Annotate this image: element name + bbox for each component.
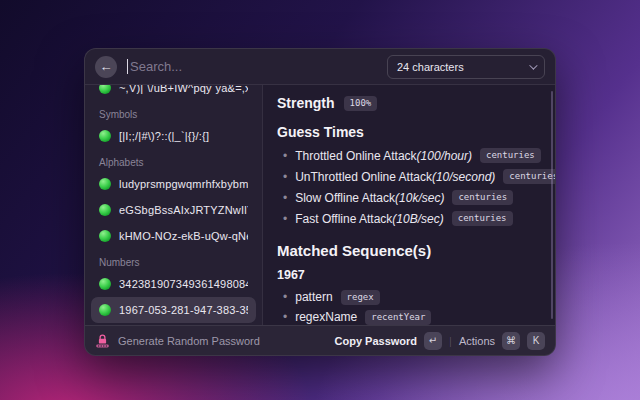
character-count-dropdown[interactable]: 24 characters — [387, 55, 545, 79]
guess-time-value-badge: centuries — [452, 190, 513, 205]
bullet-icon: • — [283, 212, 287, 226]
guess-times-list: •Throttled Online Attack(100/hour)centur… — [277, 145, 541, 229]
window-body: ~,V)|`\/uB+IW^pqy`ya&=,xSymbols[|I;;/|#\… — [85, 85, 555, 325]
green-circle-icon — [99, 204, 111, 216]
matched-key-label: pattern — [295, 290, 332, 304]
sidebar-section-label: Alphabets — [91, 153, 256, 171]
guess-time-row: •Fast Offline Attack(10B/sec)centuries — [277, 208, 541, 229]
dropdown-value: 24 characters — [397, 61, 464, 73]
guess-time-label: UnThrottled Online Attack(10/second) — [295, 170, 495, 184]
strength-value-badge: 100% — [344, 96, 378, 111]
detail-scrollbar[interactable] — [551, 91, 553, 319]
password-list-item[interactable]: eGSbgBssAIxJRTYZNwIlYUYN — [91, 197, 256, 223]
actions-label: Actions — [459, 335, 495, 347]
green-circle-icon — [99, 304, 111, 316]
copy-password-label: Copy Password — [335, 335, 418, 347]
guess-time-row: •Slow Offline Attack(10k/sec)centuries — [277, 187, 541, 208]
password-text: 342381907349361498084378 — [119, 278, 248, 290]
bullet-icon: • — [283, 149, 287, 163]
window-header: ← 24 characters — [85, 49, 555, 85]
password-list-item[interactable]: kHMO-NOz-ekB-uQw-qNe-YGK — [91, 223, 256, 249]
command-key-icon: ⌘ — [502, 332, 520, 350]
password-text: eGSbgBssAIxJRTYZNwIlYUYN — [119, 204, 248, 216]
password-lock-icon — [95, 334, 110, 348]
search-area — [127, 59, 377, 74]
strength-heading: Strength — [277, 95, 335, 111]
matched-sequence-row: •regexNamerecentYear — [277, 307, 541, 325]
guess-time-row: •UnThrottled Online Attack(10/second)cen… — [277, 166, 541, 187]
guess-time-label: Throttled Online Attack(100/hour) — [295, 149, 472, 163]
green-circle-icon — [99, 230, 111, 242]
guess-rate-text: (100/hour) — [417, 149, 472, 163]
green-circle-icon — [99, 278, 111, 290]
guess-rate-text: (10B/sec) — [392, 212, 443, 226]
password-list-panel: ~,V)|`\/uB+IW^pqy`ya&=,xSymbols[|I;;/|#\… — [85, 85, 263, 325]
chevron-down-icon — [529, 61, 537, 69]
guess-time-value-badge: centuries — [503, 169, 555, 184]
password-list-item[interactable]: ludyprsmpgwqmrhfxbybmbtz — [91, 171, 256, 197]
bullet-icon: • — [283, 191, 287, 205]
guess-time-label: Slow Offline Attack(10k/sec) — [295, 191, 444, 205]
password-list-item[interactable]: [|I;;/|#\)?::(|_`|{}/:{] — [91, 123, 256, 149]
password-text: 1967-053-281-947-383-359 — [119, 304, 248, 316]
guess-time-value-badge: centuries — [480, 148, 541, 163]
password-detail-panel: Strength 100% Guess Times •Throttled Onl… — [263, 85, 555, 325]
password-text: ~,V)|`\/uB+IW^pqy`ya&=,x — [119, 85, 248, 94]
green-circle-icon — [99, 130, 111, 142]
matched-sequence-row: •patternregex — [277, 287, 541, 307]
matched-list: •patternregex•regexNamerecentYear•regexM… — [277, 287, 541, 325]
sidebar-section-label: Numbers — [91, 253, 256, 271]
k-key-icon: K — [527, 332, 545, 350]
bullet-icon: • — [283, 290, 287, 304]
green-circle-icon — [99, 85, 111, 94]
green-circle-icon — [99, 178, 111, 190]
guess-time-value-badge: centuries — [452, 211, 513, 226]
bullet-icon: • — [283, 310, 287, 324]
sidebar-section-label: Symbols — [91, 105, 256, 123]
password-text: ludyprsmpgwqmrhfxbybmbtz — [119, 178, 248, 190]
footer-divider: | — [449, 335, 452, 347]
back-button[interactable]: ← — [95, 56, 117, 78]
matched-sequences-heading: Matched Sequence(s) — [277, 242, 431, 259]
sidebar-list: ~,V)|`\/uB+IW^pqy`ya&=,xSymbols[|I;;/|#\… — [91, 85, 256, 323]
extension-title: Generate Random Password — [118, 335, 260, 347]
action-footer: Generate Random Password Copy Password ↵… — [85, 325, 555, 355]
search-input[interactable] — [130, 59, 377, 74]
guess-time-row: •Throttled Online Attack(100/hour)centur… — [277, 145, 541, 166]
matched-key-label: regexName — [295, 310, 357, 324]
text-caret — [127, 59, 128, 74]
guess-rate-text: (10/second) — [432, 170, 495, 184]
bullet-icon: • — [283, 170, 287, 184]
matched-value-badge: regex — [341, 290, 380, 305]
sequence-title: 1967 — [277, 268, 541, 282]
actions-button[interactable]: Actions ⌘ K — [459, 332, 545, 350]
password-generator-window: ← 24 characters ~,V)|`\/uB+IW^pqy`ya&=,x… — [84, 48, 556, 356]
guess-time-label: Fast Offline Attack(10B/sec) — [295, 212, 444, 226]
copy-password-button[interactable]: Copy Password ↵ — [335, 332, 443, 350]
password-text: kHMO-NOz-ekB-uQw-qNe-YGK — [119, 230, 248, 242]
password-text: [|I;;/|#\)?::(|_`|{}/:{] — [119, 130, 209, 142]
enter-key-icon: ↵ — [424, 332, 442, 350]
password-list-item[interactable]: ~,V)|`\/uB+IW^pqy`ya&=,x — [91, 85, 256, 101]
guess-times-heading: Guess Times — [277, 124, 364, 140]
password-list-item[interactable]: 342381907349361498084378 — [91, 271, 256, 297]
back-arrow-icon: ← — [100, 59, 113, 74]
password-list-item[interactable]: 1967-053-281-947-383-359 — [91, 297, 256, 323]
guess-rate-text: (10k/sec) — [395, 191, 444, 205]
matched-value-badge: recentYear — [365, 310, 431, 325]
